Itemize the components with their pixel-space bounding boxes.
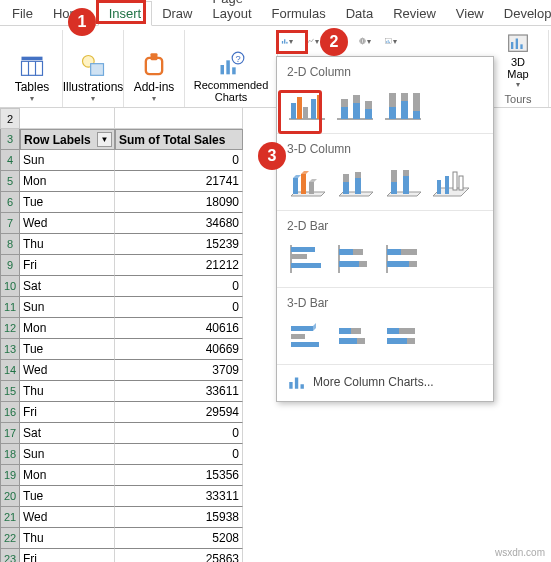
row-header[interactable]: 20 bbox=[0, 486, 20, 507]
pivot-chart-button[interactable]: ▾ bbox=[380, 30, 402, 52]
row-header[interactable]: 2 bbox=[0, 108, 20, 129]
cell-sum-total-sales[interactable]: 33311 bbox=[115, 486, 243, 507]
row-header[interactable]: 13 bbox=[0, 339, 20, 360]
cell-row-label[interactable]: Fri bbox=[20, 255, 115, 276]
stacked100-bar-3d[interactable] bbox=[379, 316, 427, 356]
cell-row-label[interactable]: Thu bbox=[20, 234, 115, 255]
cell-row-label[interactable]: Sun bbox=[20, 150, 115, 171]
cell-row-label[interactable]: Wed bbox=[20, 360, 115, 381]
tab-file[interactable]: File bbox=[2, 2, 43, 25]
cell-sum-total-sales[interactable]: 5208 bbox=[115, 528, 243, 549]
cell-row-label[interactable]: Wed bbox=[20, 507, 115, 528]
cell-row-label[interactable] bbox=[20, 108, 115, 129]
row-header[interactable]: 21 bbox=[0, 507, 20, 528]
cell-sum-total-sales[interactable]: 15938 bbox=[115, 507, 243, 528]
cell-row-label[interactable]: Tue bbox=[20, 192, 115, 213]
row-header[interactable]: 19 bbox=[0, 465, 20, 486]
cell-sum-total-sales[interactable]: 0 bbox=[115, 150, 243, 171]
svg-rect-66 bbox=[437, 180, 441, 194]
row-header[interactable]: 9 bbox=[0, 255, 20, 276]
cell-row-label[interactable]: Mon bbox=[20, 318, 115, 339]
tab-formulas[interactable]: Formulas bbox=[262, 2, 336, 25]
cell-sum-total-sales[interactable]: 40669 bbox=[115, 339, 243, 360]
cell-sum-total-sales[interactable]: 0 bbox=[115, 297, 243, 318]
row-header[interactable]: 12 bbox=[0, 318, 20, 339]
row-header[interactable]: 14 bbox=[0, 360, 20, 381]
cell-row-label[interactable]: Fri bbox=[20, 402, 115, 423]
row-header[interactable]: 8 bbox=[0, 234, 20, 255]
cell-row-label[interactable]: Tue bbox=[20, 339, 115, 360]
row-header[interactable]: 22 bbox=[0, 528, 20, 549]
stacked100-column-2d[interactable] bbox=[379, 85, 427, 125]
stacked-column-3d[interactable] bbox=[331, 162, 379, 202]
cell-sum-total-sales[interactable]: 21212 bbox=[115, 255, 243, 276]
cell-sum-total-sales[interactable]: 0 bbox=[115, 276, 243, 297]
cell-sum-total-sales[interactable]: 34680 bbox=[115, 213, 243, 234]
cell-row-label[interactable]: Mon bbox=[20, 465, 115, 486]
tables-button[interactable]: Tables ▾ bbox=[8, 50, 56, 105]
rec-charts-l2: Charts bbox=[215, 91, 247, 103]
row-header[interactable]: 4 bbox=[0, 150, 20, 171]
cell-sum-total-sales[interactable]: 0 bbox=[115, 444, 243, 465]
cell-sum-total-sales[interactable]: 21741 bbox=[115, 171, 243, 192]
pivot-filter-dropdown[interactable]: ▼ bbox=[97, 132, 112, 147]
cell-row-label[interactable]: Fri bbox=[20, 549, 115, 562]
row-header[interactable]: 15 bbox=[0, 381, 20, 402]
row-header[interactable]: 6 bbox=[0, 192, 20, 213]
row-header[interactable]: 18 bbox=[0, 444, 20, 465]
row-header[interactable]: 16 bbox=[0, 402, 20, 423]
row-header[interactable]: 10 bbox=[0, 276, 20, 297]
stacked100-column-3d[interactable] bbox=[379, 162, 427, 202]
tab-page-layout[interactable]: Page Layout bbox=[203, 0, 262, 25]
cell-sum-total-sales[interactable]: 33611 bbox=[115, 381, 243, 402]
stacked-column-2d[interactable] bbox=[331, 85, 379, 125]
row-header[interactable]: 3 bbox=[0, 129, 20, 150]
clustered-column-3d[interactable] bbox=[283, 162, 331, 202]
tab-review[interactable]: Review bbox=[383, 2, 446, 25]
cell-row-label[interactable]: Mon bbox=[20, 171, 115, 192]
cell-sum-total-sales[interactable]: 0 bbox=[115, 423, 243, 444]
cell-row-label[interactable]: Thu bbox=[20, 528, 115, 549]
svg-rect-8 bbox=[221, 65, 225, 74]
cell-row-label[interactable]: Thu bbox=[20, 381, 115, 402]
row-header[interactable]: 23 bbox=[0, 549, 20, 562]
tab-draw[interactable]: Draw bbox=[152, 2, 202, 25]
more-column-charts[interactable]: More Column Charts... bbox=[277, 364, 493, 397]
row-header[interactable]: 11 bbox=[0, 297, 20, 318]
cell-sum-total-sales[interactable]: Sum of Total Sales bbox=[115, 129, 243, 150]
cell-sum-total-sales[interactable]: 40616 bbox=[115, 318, 243, 339]
cell-sum-total-sales[interactable]: 29594 bbox=[115, 402, 243, 423]
cell-row-label[interactable]: Tue bbox=[20, 486, 115, 507]
row-header[interactable]: 17 bbox=[0, 423, 20, 444]
column-3d[interactable] bbox=[427, 162, 475, 202]
cell-sum-total-sales[interactable]: 15239 bbox=[115, 234, 243, 255]
cell-sum-total-sales[interactable] bbox=[115, 108, 243, 129]
svg-rect-56 bbox=[343, 182, 349, 194]
cell-sum-total-sales[interactable]: 18090 bbox=[115, 192, 243, 213]
row-header[interactable]: 7 bbox=[0, 213, 20, 234]
row-header[interactable]: 5 bbox=[0, 171, 20, 192]
cell-row-label[interactable]: Sun bbox=[20, 297, 115, 318]
stacked-bar-2d[interactable] bbox=[331, 239, 379, 279]
globe-button[interactable]: ▾ bbox=[354, 30, 376, 52]
cell-sum-total-sales[interactable]: 25863 bbox=[115, 549, 243, 562]
stacked-bar-3d[interactable] bbox=[331, 316, 379, 356]
recommended-charts-icon: ? bbox=[217, 51, 245, 79]
illustrations-button[interactable]: Illustrations ▾ bbox=[69, 50, 117, 105]
cell-row-label[interactable]: Row Labels▼ bbox=[20, 129, 115, 150]
stacked100-bar-2d[interactable] bbox=[379, 239, 427, 279]
addins-button[interactable]: Add-ins ▾ bbox=[130, 50, 178, 105]
cell-row-label[interactable]: Sat bbox=[20, 276, 115, 297]
clustered-bar-2d[interactable] bbox=[283, 239, 331, 279]
clustered-bar-3d[interactable] bbox=[283, 316, 331, 356]
cell-row-label[interactable]: Sat bbox=[20, 423, 115, 444]
cell-row-label[interactable]: Sun bbox=[20, 444, 115, 465]
recommended-charts-button[interactable]: ? Recommended Charts bbox=[191, 49, 271, 105]
cell-sum-total-sales[interactable]: 15356 bbox=[115, 465, 243, 486]
cell-row-label[interactable]: Wed bbox=[20, 213, 115, 234]
3d-map-button[interactable]: 3D Map ▾ bbox=[494, 26, 542, 91]
tab-view[interactable]: View bbox=[446, 2, 494, 25]
cell-sum-total-sales[interactable]: 3709 bbox=[115, 360, 243, 381]
tab-developer[interactable]: Developer bbox=[494, 2, 551, 25]
tab-data[interactable]: Data bbox=[336, 2, 383, 25]
